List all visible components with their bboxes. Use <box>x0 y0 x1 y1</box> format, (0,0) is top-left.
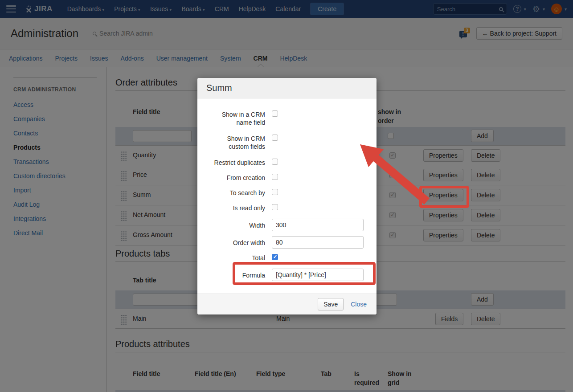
field-label: Show in CRM custom fields <box>206 134 265 151</box>
field-label: To search by <box>206 188 265 197</box>
from-creation-checkbox[interactable] <box>272 174 278 180</box>
show-in-crm-custom-fields-checkbox[interactable] <box>272 135 278 141</box>
field-label: Total <box>206 253 265 262</box>
save-button[interactable]: Save <box>318 298 344 310</box>
total-checkbox[interactable] <box>272 254 278 260</box>
modal-header: Summ <box>197 78 377 98</box>
modal-form: Show in a CRM name field Show in CRM cus… <box>197 98 377 286</box>
to-search-by-checkbox[interactable] <box>272 189 278 195</box>
width-input[interactable] <box>272 219 364 231</box>
app-window: JIRA Dashboards▾ Projects▾ Issues▾ Board… <box>0 0 573 392</box>
close-link[interactable]: Close <box>351 301 367 308</box>
field-label: Order width <box>206 236 265 247</box>
modal-footer: Save Close <box>197 294 377 314</box>
field-label: Formula <box>206 269 265 279</box>
formula-input[interactable] <box>272 269 364 281</box>
field-label: Is read only <box>206 204 265 212</box>
field-label: Width <box>206 219 265 229</box>
field-label: Restrict duplicates <box>206 158 265 167</box>
modal-title: Summ <box>206 83 232 93</box>
show-in-crm-name-field-checkbox[interactable] <box>272 110 278 117</box>
restrict-duplicates-checkbox[interactable] <box>272 159 278 165</box>
field-label: From creation <box>206 173 265 182</box>
field-label: Show in a CRM name field <box>206 110 265 127</box>
modal-dialog: Summ Show in a CRM name field Show in CR… <box>197 78 377 314</box>
is-read-only-checkbox[interactable] <box>272 204 278 210</box>
order-width-input[interactable] <box>272 236 364 249</box>
